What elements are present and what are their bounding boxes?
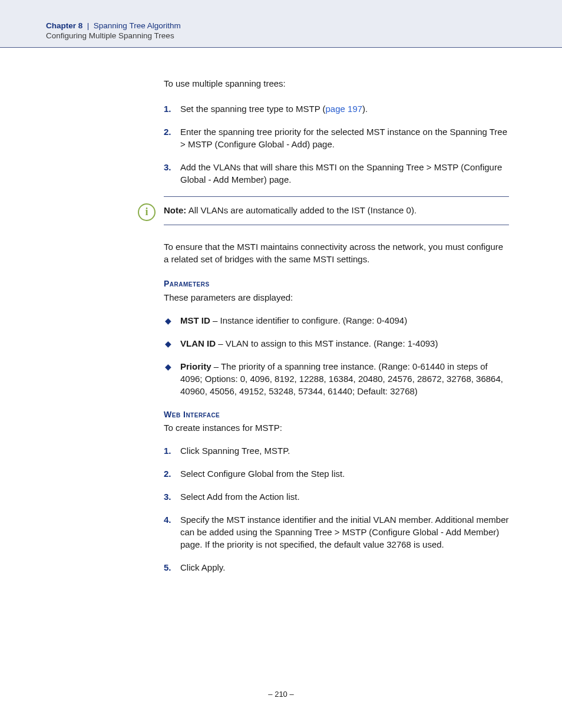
web-step-1: 1. Click Spanning Tree, MSTP. (164, 444, 509, 457)
chapter-line: Chapter 8 | Spanning Tree Algorithm (46, 21, 516, 30)
ensure-text: To ensure that the MSTI maintains connec… (164, 241, 509, 265)
step-number: 1. (164, 444, 171, 457)
web-step-5: 5. Click Apply. (164, 561, 509, 574)
web-steps-list: 1. Click Spanning Tree, MSTP. 2. Select … (164, 444, 509, 574)
note-text: All VLANs are automatically added to the… (186, 205, 416, 215)
param-desc: – VLAN to assign to this MST instance. (… (216, 338, 438, 348)
step-number: 1. (164, 103, 171, 115)
step-text: Add the VLANs that will share this MSTI … (180, 162, 502, 185)
param-desc: – The priority of a spanning tree instan… (180, 361, 503, 396)
chapter-label: Chapter 8 (46, 21, 82, 30)
web-intro: To create instances for MSTP: (164, 421, 509, 434)
param-priority: ◆ Priority – The priority of a spanning … (164, 360, 509, 397)
intro-text: To use multiple spanning trees: (164, 77, 509, 90)
step-text: Select Configure Global from the Step li… (180, 469, 345, 479)
step-text: Enter the spanning tree priority for the… (180, 127, 507, 149)
diamond-bullet-icon: ◆ (165, 361, 171, 373)
step-2: 2. Enter the spanning tree priority for … (164, 126, 509, 150)
info-icon: i (138, 203, 156, 221)
web-step-3: 3. Select Add from the Action list. (164, 490, 509, 503)
param-label: Priority (180, 361, 211, 371)
parameters-intro: These parameters are displayed: (164, 291, 509, 304)
web-step-4: 4. Specify the MST instance identifier a… (164, 513, 509, 551)
parameters-list: ◆ MST ID – Instance identifier to config… (164, 314, 509, 397)
param-label: VLAN ID (180, 338, 216, 348)
page-header: Chapter 8 | Spanning Tree Algorithm Conf… (0, 0, 562, 48)
step-number: 2. (164, 467, 171, 480)
step-text-before: Set the spanning tree type to MSTP ( (180, 104, 326, 114)
step-number: 3. (164, 490, 171, 503)
step-text-after: ). (362, 104, 368, 114)
diamond-bullet-icon: ◆ (165, 338, 171, 350)
parameters-heading: Parameters (164, 278, 509, 290)
note-label: Note: (164, 205, 186, 215)
step-number: 2. (164, 126, 171, 138)
step-number: 4. (164, 513, 171, 526)
step-text: Select Add from the Action list. (180, 492, 300, 502)
diamond-bullet-icon: ◆ (165, 315, 171, 327)
step-1: 1. Set the spanning tree type to MSTP (p… (164, 103, 509, 115)
param-label: MST ID (180, 315, 210, 325)
param-vlan-id: ◆ VLAN ID – VLAN to assign to this MST i… (164, 337, 509, 350)
page-link[interactable]: page 197 (326, 104, 363, 114)
page-number: – 210 – (0, 690, 562, 699)
header-separator: | (87, 21, 90, 30)
main-steps-list: 1. Set the spanning tree type to MSTP (p… (164, 103, 509, 186)
step-text: Specify the MST instance identifier and … (180, 515, 509, 549)
note-block: i Note: All VLANs are automatically adde… (164, 196, 509, 225)
step-text: Click Apply. (180, 562, 225, 572)
web-interface-heading: Web Interface (164, 409, 509, 421)
chapter-title: Spanning Tree Algorithm (94, 21, 181, 30)
step-3: 3. Add the VLANs that will share this MS… (164, 161, 509, 186)
param-desc: – Instance identifier to configure. (Ran… (210, 315, 407, 325)
step-number: 5. (164, 561, 171, 574)
subsection-title: Configuring Multiple Spanning Trees (46, 31, 516, 40)
web-step-2: 2. Select Configure Global from the Step… (164, 467, 509, 480)
main-content: To use multiple spanning trees: 1. Set t… (164, 77, 509, 574)
param-mst-id: ◆ MST ID – Instance identifier to config… (164, 314, 509, 327)
step-text: Click Spanning Tree, MSTP. (180, 446, 290, 456)
step-number: 3. (164, 161, 171, 173)
